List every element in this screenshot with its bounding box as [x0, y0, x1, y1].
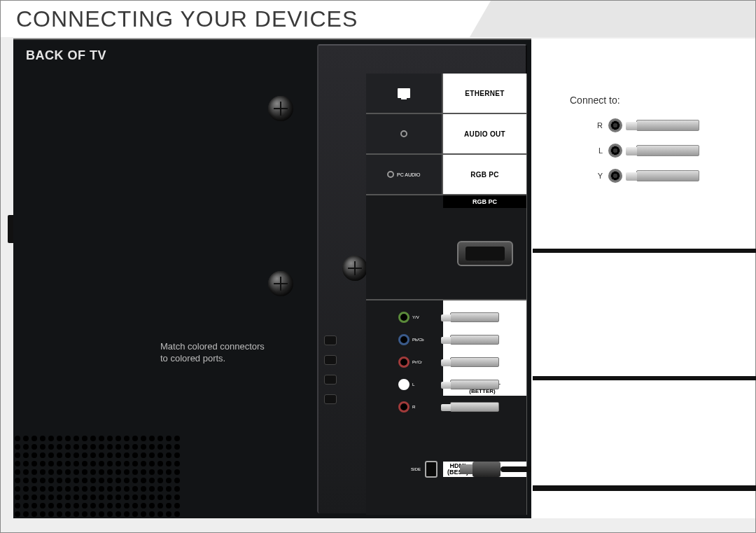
note-line-2: to colored ports.	[160, 353, 225, 364]
rca-plug-icon	[450, 380, 499, 389]
speaker-dots	[13, 434, 188, 518]
ethernet-label: ETHERNET	[443, 74, 526, 113]
speaker-grille	[13, 434, 188, 518]
screw-icon	[268, 271, 293, 296]
rca-plug-icon	[450, 335, 499, 345]
connect-to-label: Connect to:	[570, 95, 620, 106]
port-row-ethernet: ETHERNET	[366, 74, 526, 114]
ext-row-l: L	[594, 138, 702, 163]
ext-row-y: Y	[594, 163, 702, 188]
rca-jack-white	[398, 379, 410, 390]
ext-row-r: R	[594, 113, 702, 138]
manual-page: CONNECTING YOUR DEVICES BACK OF TV Match…	[0, 0, 756, 533]
audio-out-label: AUDIO OUT	[443, 114, 526, 153]
wire	[533, 485, 756, 491]
pc-audio-port: PC AUDIO	[366, 155, 443, 194]
port-row-rgb-pc: PC AUDIO RGB PC	[366, 155, 526, 195]
mini-jack-icon	[400, 130, 407, 137]
rca-jack-red-audio	[398, 401, 410, 413]
rca-row-r: R	[366, 396, 526, 418]
ext-plug-icon	[636, 145, 699, 156]
tv-back-panel: BACK OF TV Match colored connectors to c…	[13, 39, 531, 518]
rca-jack-green	[398, 312, 410, 323]
ext-jack-icon	[608, 144, 622, 158]
rca-jack-red	[398, 357, 410, 368]
vga-slot	[366, 208, 526, 299]
rgb-pc-label: RGB PC	[443, 155, 526, 194]
ext-jack-icon	[608, 118, 622, 132]
page-title: CONNECTING YOUR DEVICES	[16, 6, 358, 32]
instruction-note: Match colored connectors to colored port…	[160, 341, 300, 365]
hdmi-plug-icon	[472, 462, 500, 477]
port-row-audio-out: AUDIO OUT	[366, 114, 526, 155]
rca-plug-icon	[450, 312, 499, 322]
external-rca-jacks: R L Y	[594, 113, 702, 188]
audio-out-port	[366, 114, 443, 153]
subtitle: BACK OF TV	[26, 48, 106, 63]
note-line-1: Match colored connectors	[160, 341, 265, 352]
hdmi-block: SIDE HDMI (BEST)	[366, 452, 526, 487]
rca-jack-blue	[398, 334, 410, 345]
ext-plug-icon	[636, 170, 699, 181]
screw-icon	[342, 256, 368, 281]
content-area: BACK OF TV Match colored connectors to c…	[13, 39, 755, 518]
screw-icon	[268, 96, 293, 121]
vga-port-icon	[457, 241, 513, 266]
ext-plug-icon	[636, 120, 699, 131]
port-panel: ETHERNET AUDIO OUT PC AUDIO RGB PC RGB P	[366, 74, 527, 515]
wire	[533, 249, 756, 253]
rgb-pc-header: RGB PC	[366, 195, 526, 208]
mini-jack-icon	[387, 171, 394, 178]
hdmi-port-icon	[425, 461, 438, 478]
wire	[533, 376, 756, 380]
rca-plug-icon	[450, 402, 499, 412]
pc-audio-label: PC AUDIO	[397, 172, 420, 177]
hdmi-side-label: SIDE	[411, 467, 421, 471]
connect-to-side: Connect to: R L Y	[531, 39, 755, 518]
tv-recessed-area: ETHERNET AUDIO OUT PC AUDIO RGB PC RGB P	[317, 44, 527, 513]
side-bump	[8, 215, 13, 243]
vent-bumps	[324, 326, 337, 414]
rca-block: COMPOSITE (GOOD) COMPONENT (BETTER) Y/V	[366, 299, 526, 424]
ext-jack-icon	[608, 169, 622, 183]
rca-plug-icon	[450, 357, 499, 367]
ethernet-icon	[398, 88, 410, 98]
ethernet-port	[366, 74, 443, 113]
